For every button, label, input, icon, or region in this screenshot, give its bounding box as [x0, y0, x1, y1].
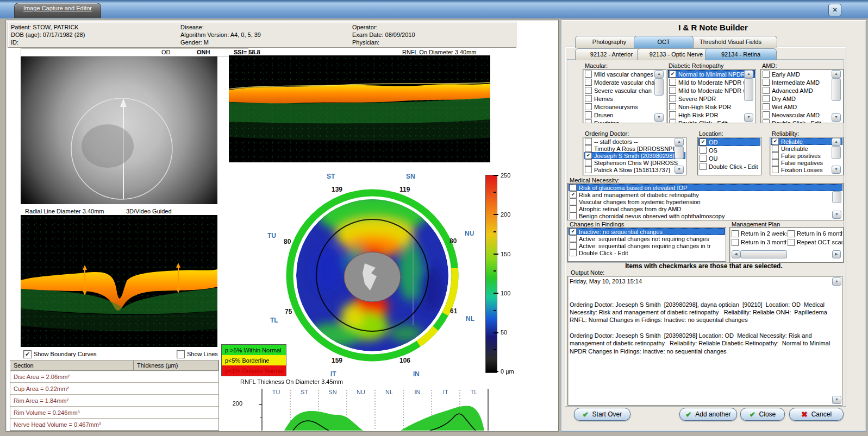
- list-item[interactable]: ✔Normal to Minimal NPDR: [668, 70, 755, 78]
- close-dialog-button[interactable]: ✔ Close: [740, 408, 785, 421]
- scroll-up-button[interactable]: ▲: [832, 277, 841, 286]
- item-checkbox[interactable]: [669, 119, 676, 123]
- item-checkbox[interactable]: [788, 230, 795, 237]
- item-checkbox[interactable]: [570, 205, 577, 212]
- scroll-down-button[interactable]: ▼: [832, 113, 841, 122]
- item-checkbox[interactable]: [772, 145, 779, 152]
- scroll-right-button[interactable]: ▶: [832, 250, 841, 258]
- item-checkbox[interactable]: [763, 103, 770, 110]
- changes-in-findings-listbox[interactable]: ✔Inactive: no sequential changesActive: …: [567, 227, 726, 262]
- list-item[interactable]: Repeat OCT scan: [786, 238, 842, 247]
- item-checkbox[interactable]: [763, 111, 770, 118]
- scroll-up-button[interactable]: ▲: [675, 138, 684, 146]
- list-item[interactable]: Return in 3 months: [730, 238, 786, 247]
- list-item[interactable]: Non-High Risk PDR: [668, 103, 755, 111]
- item-checkbox[interactable]: ✔: [585, 152, 592, 159]
- scroll-up-button[interactable]: ▲: [832, 70, 841, 78]
- list-item[interactable]: ✔OD: [698, 138, 760, 146]
- window-title-tab[interactable]: Image Capture and Editor: [14, 3, 101, 18]
- list-item[interactable]: Patrick A Stow [1518113737]: [584, 166, 685, 173]
- list-item[interactable]: OS: [698, 146, 760, 154]
- item-checkbox[interactable]: [570, 184, 577, 191]
- close-button[interactable]: ✕: [828, 4, 841, 16]
- item-checkbox[interactable]: [570, 198, 577, 205]
- item-checkbox[interactable]: [585, 95, 592, 102]
- output-note-box[interactable]: Friday, May 10, 2013 15:14 Ordering Doct…: [567, 276, 842, 406]
- item-checkbox[interactable]: [570, 235, 577, 242]
- list-item[interactable]: Moderate vascular cha: [584, 78, 665, 86]
- item-checkbox[interactable]: [700, 155, 707, 162]
- hscroll-thumb[interactable]: [740, 250, 787, 258]
- list-item[interactable]: Stephenson Chris W [DRROSS: [584, 159, 685, 166]
- item-checkbox[interactable]: ✔: [570, 191, 577, 198]
- item-checkbox[interactable]: [585, 103, 592, 110]
- item-checkbox[interactable]: [669, 95, 676, 102]
- list-item[interactable]: Severe NPDR: [668, 94, 755, 103]
- list-item[interactable]: Wet AMD: [761, 103, 842, 111]
- item-checkbox[interactable]: ✔: [570, 228, 577, 235]
- list-item[interactable]: Rim Area = 1.84mm²: [10, 395, 218, 407]
- show-boundary-checkbox[interactable]: ✔: [23, 350, 32, 358]
- item-checkbox[interactable]: [763, 71, 770, 78]
- list-item[interactable]: Atrophic retinal changes from dry AMD: [569, 205, 842, 212]
- scroll-down-button[interactable]: ▼: [744, 113, 753, 122]
- list-item[interactable]: Neovascular AMD: [761, 111, 842, 119]
- ordering-doctor-listbox[interactable]: -- staff doctors --Timothy A Ross [DRROS…: [583, 137, 686, 175]
- list-item[interactable]: Return in 2 weeks: [730, 229, 786, 238]
- item-checkbox[interactable]: [700, 147, 707, 154]
- list-item[interactable]: Double Click - Edit: [569, 249, 725, 256]
- scroll-thumb[interactable]: [654, 78, 664, 96]
- list-item[interactable]: Drusen: [584, 111, 665, 119]
- macular-listbox[interactable]: Mild vascular changesModerate vascular c…: [583, 69, 666, 123]
- list-item[interactable]: Microaneurysms: [584, 103, 665, 111]
- list-item[interactable]: ✔Joeseph S Smith [203980298]: [584, 152, 685, 159]
- list-item[interactable]: Severe vascular chan: [584, 86, 665, 94]
- list-item[interactable]: Mild vascular changes: [584, 70, 665, 78]
- item-checkbox[interactable]: [763, 87, 770, 94]
- item-checkbox[interactable]: [585, 159, 592, 166]
- list-item[interactable]: Intermediate AMD: [761, 78, 842, 86]
- item-checkbox[interactable]: [669, 79, 676, 86]
- scroll-down-button[interactable]: ▼: [832, 166, 841, 174]
- scroll-up-button[interactable]: ▲: [832, 138, 841, 146]
- list-item[interactable]: Active: sequential changes requiring cha…: [569, 242, 725, 249]
- item-checkbox[interactable]: ✔: [700, 138, 707, 146]
- list-item[interactable]: Benign choroidal nevus observed with oph…: [569, 212, 842, 219]
- item-checkbox[interactable]: [763, 119, 770, 123]
- scroll-down-button[interactable]: ▼: [832, 211, 841, 219]
- list-item[interactable]: -- staff doctors --: [584, 138, 685, 145]
- item-checkbox[interactable]: [669, 111, 676, 118]
- scroll-thumb[interactable]: [832, 78, 841, 101]
- list-item[interactable]: Mild to Moderate NPDR wit: [668, 86, 755, 94]
- item-checkbox[interactable]: [585, 87, 592, 94]
- item-checkbox[interactable]: [788, 239, 795, 246]
- item-checkbox[interactable]: [669, 103, 676, 110]
- item-checkbox[interactable]: [700, 163, 707, 170]
- item-checkbox[interactable]: [585, 71, 592, 78]
- subtab-92134-retina[interactable]: 92134 - Retina: [705, 48, 777, 60]
- scroll-thumb[interactable]: [832, 191, 841, 203]
- list-item[interactable]: Double Click - Edit: [698, 162, 760, 170]
- show-lines-checkbox[interactable]: [177, 350, 185, 358]
- item-checkbox[interactable]: [570, 212, 577, 219]
- scroll-up-button[interactable]: ▲: [744, 70, 753, 78]
- add-another-button[interactable]: ✔ Add another: [679, 408, 737, 421]
- list-item[interactable]: ✔Risk and management of diabetic retinop…: [569, 191, 842, 198]
- list-item[interactable]: Exudates: [584, 119, 665, 123]
- item-checkbox[interactable]: [585, 145, 592, 152]
- item-checkbox[interactable]: [585, 166, 592, 173]
- list-item[interactable]: Active: sequential changes not requiring…: [569, 235, 725, 242]
- scroll-up-button[interactable]: ▲: [654, 70, 664, 78]
- scroll-thumb[interactable]: [744, 78, 753, 101]
- list-item[interactable]: Rim Volume = 0.246mm³: [10, 407, 218, 419]
- list-item[interactable]: Double Click - Edit: [668, 119, 755, 123]
- scroll-down-button[interactable]: ▼: [654, 113, 664, 122]
- list-item[interactable]: Vascular changes from systemic hypertens…: [569, 198, 842, 205]
- item-checkbox[interactable]: [585, 79, 592, 86]
- list-item[interactable]: Double Click - Edit: [761, 119, 842, 123]
- item-checkbox[interactable]: [763, 79, 770, 86]
- list-item[interactable]: Timothy A Ross [DRROSSNPI]: [584, 145, 685, 152]
- item-checkbox[interactable]: ✔: [669, 71, 676, 78]
- scroll-thumb[interactable]: [675, 146, 684, 159]
- item-checkbox[interactable]: [732, 239, 739, 246]
